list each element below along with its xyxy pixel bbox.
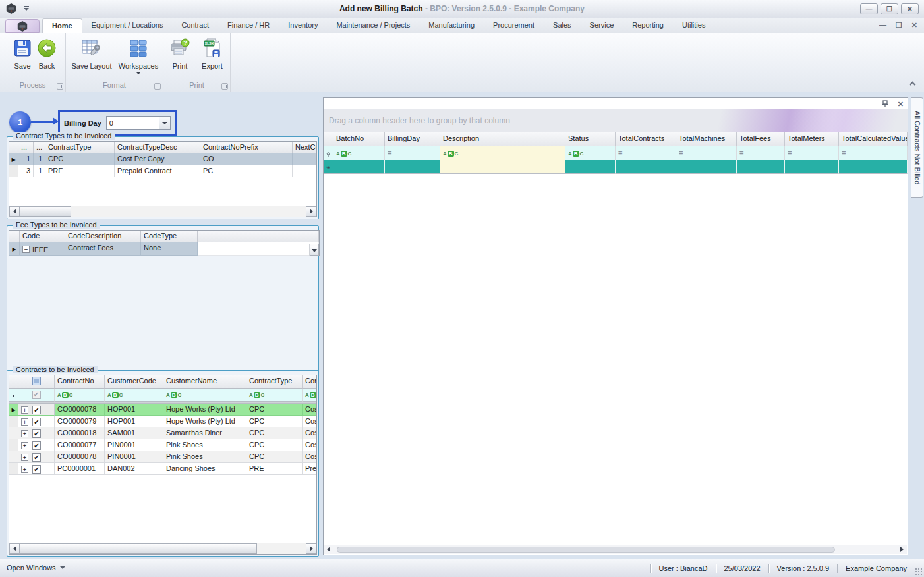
col-customercode[interactable]: CustomerCode: [105, 375, 163, 389]
export-button[interactable]: XLSX Export: [195, 37, 229, 70]
expand-row-button[interactable]: +: [21, 466, 28, 473]
application-button[interactable]: [5, 19, 40, 33]
col-ellipsis-1[interactable]: ...: [18, 142, 34, 153]
col-codetype[interactable]: CodeType: [141, 231, 198, 242]
billing-day-combobox[interactable]: 0: [106, 116, 171, 130]
row-checkbox[interactable]: ✔: [32, 465, 41, 474]
col-totalmachines[interactable]: TotalMachines: [676, 132, 737, 146]
tab-procurement[interactable]: Procurement: [484, 18, 544, 33]
scroll-left-arrow[interactable]: [9, 543, 20, 554]
mdi-minimize-button[interactable]: —: [879, 21, 886, 30]
process-dialog-launcher[interactable]: [57, 83, 63, 90]
contract-row[interactable]: +✔ CO0000018 SAM001 Samanthas Diner CPC …: [9, 427, 316, 439]
row-checkbox[interactable]: ✔: [32, 406, 41, 414]
resize-grip[interactable]: [915, 568, 923, 576]
ribbon-collapse-button[interactable]: [908, 81, 916, 88]
minimize-button[interactable]: —: [860, 3, 878, 14]
tab-equipment-locations[interactable]: Equipment / Locations: [82, 18, 173, 33]
mdi-restore-button[interactable]: ❐: [896, 21, 902, 30]
col-contractno[interactable]: ContractNo: [55, 375, 105, 389]
scroll-thumb[interactable]: [20, 206, 71, 217]
contract-row[interactable]: +✔ PC0000001 DAN002 Dancing Shoes PRE Pr…: [9, 463, 316, 475]
col-contracttypedesc[interactable]: ContractTypeDesc: [115, 142, 200, 153]
scroll-down-arrow[interactable]: [310, 246, 319, 256]
row-checkbox[interactable]: ✔: [32, 441, 41, 450]
tab-sales[interactable]: Sales: [544, 18, 581, 33]
group-by-bar[interactable]: Drag a column header here to group by th…: [324, 109, 908, 132]
mdi-close-button[interactable]: ✕: [911, 21, 917, 30]
scroll-left-arrow[interactable]: [327, 547, 330, 552]
col-contractnoprefix[interactable]: ContractNoPrefix: [200, 142, 293, 153]
col-code[interactable]: Code: [20, 231, 65, 242]
print-button[interactable]: ? Print: [163, 37, 196, 70]
select-all-checkbox[interactable]: [32, 377, 41, 385]
tab-maintenance-projects[interactable]: Maintenance / Projects: [327, 18, 419, 33]
expand-row-button[interactable]: +: [21, 430, 28, 437]
filter-checkbox[interactable]: ✔: [32, 391, 41, 399]
row-checkbox[interactable]: ✔: [32, 418, 41, 426]
print-dialog-launcher[interactable]: [221, 83, 228, 90]
tab-contract[interactable]: Contract: [172, 18, 218, 33]
close-button[interactable]: ✕: [901, 3, 919, 14]
batches-new-row[interactable]: [324, 160, 908, 174]
tab-home[interactable]: Home: [42, 18, 82, 33]
contract-row[interactable]: +✔ CO0000078 PIN0001 Pink Shoes CPC Cost: [9, 451, 316, 463]
col-contracttype[interactable]: ContractType: [246, 375, 303, 389]
col-totalfees[interactable]: TotalFees: [737, 132, 785, 146]
contract-row[interactable]: ▶ +✔ CO0000078 HOP001 Hope Works (Pty) L…: [9, 404, 316, 416]
format-dialog-launcher[interactable]: [154, 83, 161, 90]
contract-row[interactable]: +✔ CO0000077 PIN0001 Pink Shoes CPC Cost: [9, 439, 316, 451]
scroll-left-arrow[interactable]: [9, 206, 20, 217]
scroll-right-arrow[interactable]: [306, 543, 316, 554]
tab-reporting[interactable]: Reporting: [623, 18, 673, 33]
close-panel-icon[interactable]: ✕: [898, 100, 904, 109]
side-tab-all-contracts-not-billed[interactable]: All Contracts Not Billed: [911, 97, 923, 198]
col-contracttype[interactable]: ContractType: [45, 142, 115, 153]
tab-manufacturing[interactable]: Manufacturing: [419, 18, 484, 33]
contract-type-row[interactable]: 3 1 PRE Prepaid Contract PC: [9, 165, 316, 177]
col-totalcontracts[interactable]: TotalContracts: [616, 132, 676, 146]
col-status[interactable]: Status: [565, 132, 616, 146]
fee-grid-vscrollbar[interactable]: [309, 244, 319, 256]
contracts-hscrollbar[interactable]: [9, 543, 316, 554]
save-layout-button[interactable]: Save Layout: [69, 37, 115, 70]
col-totalcalculatedvalue[interactable]: TotalCalculatedValue: [839, 132, 908, 146]
contract-type-row[interactable]: ▶ 1 1 CPC Cost Per Copy CO: [9, 153, 316, 165]
col-billingday[interactable]: BillingDay: [385, 132, 440, 146]
col-nextcontra[interactable]: NextContra: [293, 142, 316, 153]
col-ellipsis-2[interactable]: ...: [34, 142, 45, 153]
tab-utilities[interactable]: Utilities: [673, 18, 714, 33]
expand-row-button[interactable]: +: [21, 454, 28, 461]
scroll-thumb[interactable]: [20, 543, 257, 554]
tab-inventory[interactable]: Inventory: [279, 18, 327, 33]
col-contracttypedesc[interactable]: Con: [303, 375, 316, 389]
back-button[interactable]: Back: [30, 37, 63, 70]
fee-master-row[interactable]: ▶ −IFEE Contract Fees None: [9, 242, 319, 256]
expand-row-button[interactable]: +: [21, 442, 28, 449]
expand-row-button[interactable]: +: [21, 406, 28, 414]
pin-icon[interactable]: [882, 100, 888, 109]
contract-row[interactable]: +✔ CO0000079 HOP001 Hope Works (Pty) Ltd…: [9, 416, 316, 427]
maximize-button[interactable]: ❐: [881, 3, 898, 14]
col-batchno[interactable]: BatchNo: [333, 132, 385, 146]
billing-day-dropdown-button[interactable]: [159, 117, 170, 129]
tab-service[interactable]: Service: [581, 18, 623, 33]
expand-row-button[interactable]: +: [21, 418, 28, 426]
scroll-thumb[interactable]: [337, 547, 835, 553]
contract-types-hscrollbar[interactable]: [9, 206, 316, 217]
tab-finance-hr[interactable]: Finance / HR: [218, 18, 279, 33]
row-checkbox[interactable]: ✔: [32, 453, 41, 462]
batches-hscrollbar[interactable]: [324, 545, 907, 554]
batches-filter-row[interactable]: ABC = ABC ABC = = = = =: [324, 146, 908, 160]
open-windows-button[interactable]: Open Windows: [7, 564, 65, 572]
col-customername[interactable]: CustomerName: [163, 375, 246, 389]
contracts-filter-row[interactable]: ✔ ABC ABC ABC ABC ABC: [9, 389, 316, 402]
scroll-right-arrow[interactable]: [306, 206, 316, 217]
scroll-right-arrow[interactable]: [900, 547, 904, 552]
col-description[interactable]: Description: [440, 132, 565, 146]
workspaces-button[interactable]: Workspaces: [116, 37, 161, 74]
row-checkbox[interactable]: ✔: [32, 429, 41, 438]
collapse-row-button[interactable]: −: [22, 246, 30, 253]
col-totalmeters[interactable]: TotalMeters: [785, 132, 839, 146]
col-codedescription[interactable]: CodeDescription: [65, 231, 141, 242]
